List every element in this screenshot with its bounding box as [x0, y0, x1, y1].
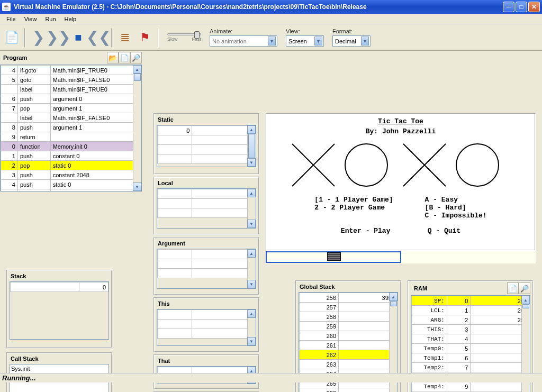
binoculars-icon[interactable]: 🔎: [130, 52, 142, 63]
scrollbar[interactable]: ▲▼: [247, 309, 256, 345]
local-table: [157, 189, 256, 218]
chevron-down-icon: ▼: [314, 37, 322, 45]
screen-title: Tic Tac Toe: [378, 117, 423, 125]
table-row: [158, 145, 256, 154]
program-row[interactable]: 7popargument 1: [1, 104, 141, 113]
stack-panel: Stack 0: [6, 270, 112, 348]
script-button[interactable]: ≣: [116, 29, 133, 46]
table-row: 2610: [300, 341, 398, 350]
menubar: File View Run Help: [0, 14, 542, 24]
step-button[interactable]: ❯: [30, 29, 47, 46]
table-row: [158, 310, 256, 320]
menu-file[interactable]: File: [2, 15, 20, 23]
java-icon: ☕: [2, 3, 11, 11]
window-title: Virtual Machine Emulator (2.5) - C:\John…: [14, 3, 503, 11]
ram-row: Temp4:90: [412, 382, 530, 391]
screen-panel: Tic Tac Toe By: John Pazzelli [1 - 1 Pla…: [266, 113, 536, 251]
table-row: [158, 329, 256, 339]
program-row[interactable]: 5gotoMath.min$IF_FALSE0: [1, 75, 141, 85]
table-row: 2660: [300, 388, 398, 393]
program-row[interactable]: 5add: [1, 189, 141, 192]
svg-point-2: [345, 144, 387, 186]
this-table: [157, 309, 256, 339]
program-row[interactable]: 2popstatic 0: [1, 161, 141, 170]
scrollbar[interactable]: ▲▼: [247, 249, 256, 288]
that-title: That: [155, 355, 258, 366]
workspace: Program 📂 📄 🔎 4if-gotoMath.min$IF_TRUE05…: [0, 51, 542, 382]
view-combo[interactable]: Screen ▼: [286, 35, 324, 47]
global-stack-title: Global Stack: [296, 281, 400, 292]
table-row: 2600: [300, 331, 398, 341]
toolbar: 📄 ❯ ❯❯ ■ ❮❮ ≣ ⚑ Slow Fast Animate: No an…: [0, 24, 542, 51]
close-button[interactable]: ✕: [528, 2, 540, 12]
keyboard-icon: [327, 252, 341, 261]
format-label: Format:: [332, 28, 371, 34]
table-row: [158, 320, 256, 329]
animate-combo[interactable]: No animation ▼: [210, 35, 277, 47]
program-row[interactable]: 1pushconstant 0: [1, 151, 141, 161]
ram-row: Temp0:50: [412, 344, 530, 353]
program-row[interactable]: 4pushstatic 0: [1, 180, 141, 189]
screen-author: By: John Pazzelli: [366, 127, 436, 135]
scrollbar[interactable]: ▲▼: [247, 189, 256, 228]
table-row: 00: [158, 126, 256, 135]
chevron-down-icon: ▼: [268, 37, 276, 45]
separator: [24, 28, 25, 47]
callstack-item[interactable]: Sys.init: [11, 366, 107, 373]
table-row: 2580: [300, 312, 398, 322]
ram-title: RAM: [411, 283, 507, 294]
program-row[interactable]: 0functionMemory.init 0: [1, 142, 141, 151]
program-row[interactable]: labelMath.min$IF_TRUE0: [1, 85, 141, 94]
program-row[interactable]: 4if-gotoMath.min$IF_TRUE0: [1, 66, 141, 75]
table-row: 2563958: [300, 293, 398, 303]
this-panel: This ▲▼: [153, 297, 259, 352]
that-panel: That ▲▼: [153, 354, 259, 389]
new-file-icon[interactable]: 📄: [507, 282, 519, 294]
menu-help[interactable]: Help: [60, 15, 81, 23]
table-row: [158, 154, 256, 164]
titlebar: ☕ Virtual Machine Emulator (2.5) - C:\Jo…: [0, 0, 542, 14]
screen-bottom-right: Q - Quit: [428, 227, 460, 235]
static-table: 00: [157, 125, 256, 164]
run-button[interactable]: ❯❯: [50, 29, 67, 46]
menu-right-1: A - Easy: [425, 196, 487, 204]
separator: [158, 28, 159, 47]
menu-run[interactable]: Run: [41, 15, 60, 23]
open-folder-icon[interactable]: 📂: [107, 52, 119, 63]
ram-row: ARG:2256: [412, 315, 530, 325]
binoculars-icon[interactable]: 🔎: [519, 282, 530, 294]
static-title: Static: [155, 114, 258, 125]
rewind-button[interactable]: ❮❮: [90, 29, 107, 46]
callstack-panel: Call Stack Sys.initMemory.init: [6, 352, 112, 392]
table-row: [158, 208, 256, 218]
argument-table: [157, 249, 256, 278]
scrollbar[interactable]: ▲▼: [247, 125, 256, 167]
program-table[interactable]: 4if-gotoMath.min$IF_TRUE05gotoMath.min$I…: [1, 65, 141, 192]
table-row: 2570: [300, 303, 398, 312]
stop-button[interactable]: ■: [70, 29, 87, 46]
program-row[interactable]: 9return: [1, 132, 141, 142]
local-title: Local: [155, 178, 258, 188]
minimize-button[interactable]: ─: [503, 2, 514, 12]
program-row[interactable]: 3pushconstant 2048: [1, 170, 141, 180]
program-row[interactable]: 8pushargument 1: [1, 123, 141, 132]
table-row: 2590: [300, 322, 398, 331]
program-row[interactable]: 6pushargument 0: [1, 94, 141, 104]
speed-slider[interactable]: Slow Fast: [167, 33, 201, 42]
table-row: 2630: [300, 360, 398, 369]
scrollbar[interactable]: ▲ ▼: [133, 65, 141, 191]
menu-left-1: [1 - 1 Player Game]: [314, 196, 393, 204]
menu-view[interactable]: View: [20, 15, 41, 23]
svg-point-5: [456, 144, 499, 186]
chevron-down-icon: ▼: [361, 37, 369, 45]
maximize-button[interactable]: □: [516, 2, 527, 12]
open-button[interactable]: 📄: [3, 29, 20, 46]
static-panel: Static 00 ▲▼: [153, 113, 259, 175]
status-bar: Running...: [0, 373, 542, 382]
program-row[interactable]: labelMath.min$IF_FALSE0: [1, 113, 141, 123]
new-file-icon[interactable]: 📄: [119, 52, 130, 63]
breakpoint-button[interactable]: ⚑: [137, 29, 153, 46]
format-combo[interactable]: Decimal ▼: [332, 35, 371, 47]
table-row: [158, 269, 256, 278]
ram-row: THAT:40: [412, 334, 530, 344]
